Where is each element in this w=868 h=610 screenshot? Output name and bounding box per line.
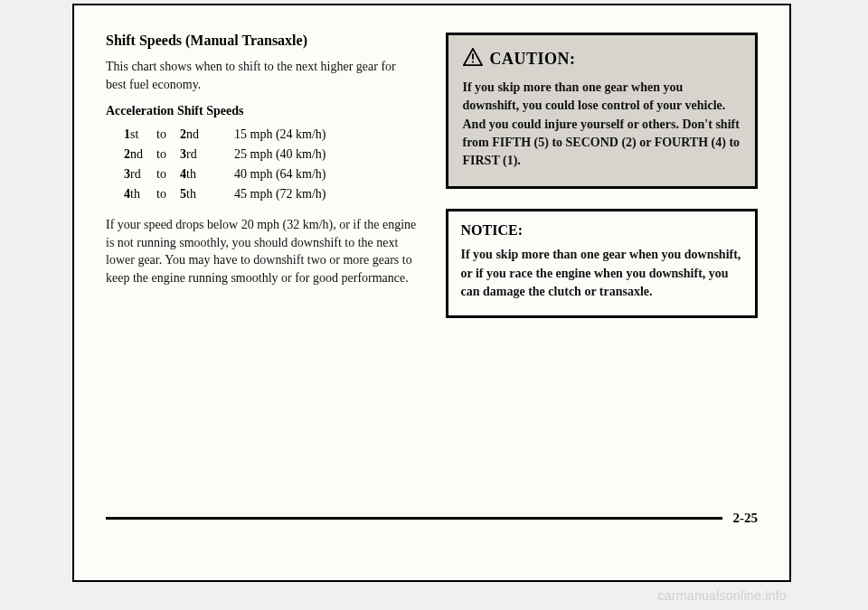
intro-text: This chart shows when to shift to the ne… (106, 58, 419, 93)
notice-title: NOTICE: (461, 222, 743, 239)
notice-text: If you skip more than one gear when you … (461, 246, 743, 301)
footer-rule: 2-25 (106, 511, 758, 526)
left-column: Shift Speeds (Manual Transaxle) This cha… (106, 33, 419, 318)
shift-speed: 40 mph (64 km/h) (234, 167, 419, 182)
caution-box: CAUTION: If you skip more than one gear … (446, 33, 759, 189)
shift-speed: 25 mph (40 km/h) (234, 147, 419, 162)
svg-rect-0 (472, 53, 474, 59)
content-columns: Shift Speeds (Manual Transaxle) This cha… (74, 33, 789, 318)
shift-from: 2nd (124, 147, 156, 162)
shift-speed: 15 mph (24 km/h) (234, 127, 419, 142)
table-row: 2nd to 3rd 25 mph (40 km/h) (124, 147, 419, 162)
section-heading: Shift Speeds (Manual Transaxle) (106, 33, 419, 49)
shift-from: 1st (124, 127, 156, 142)
shift-to: 3rd (180, 147, 234, 162)
shift-from: 4th (124, 187, 156, 202)
svg-rect-1 (472, 61, 474, 63)
table-row: 4th to 5th 45 mph (72 km/h) (124, 187, 419, 202)
shift-to: 4th (180, 167, 234, 182)
caution-text: If you skip more than one gear when you … (463, 79, 741, 170)
shift-to-word: to (156, 187, 180, 202)
shift-speed-table: 1st to 2nd 15 mph (24 km/h) 2nd to 3rd 2… (124, 127, 419, 202)
watermark: carmanualsonline.info (658, 588, 788, 603)
table-row: 1st to 2nd 15 mph (24 km/h) (124, 127, 419, 142)
shift-to-word: to (156, 127, 180, 142)
table-row: 3rd to 4th 40 mph (64 km/h) (124, 167, 419, 182)
right-column: CAUTION: If you skip more than one gear … (446, 33, 759, 318)
shift-to: 2nd (180, 127, 234, 142)
shift-from: 3rd (124, 167, 156, 182)
shift-to-word: to (156, 147, 180, 162)
warning-triangle-icon (463, 48, 483, 70)
caution-title: CAUTION: (490, 50, 576, 69)
body-text: If your speed drops below 20 mph (32 km/… (106, 216, 419, 286)
shift-to-word: to (156, 167, 180, 182)
subheading: Acceleration Shift Speeds (106, 104, 419, 118)
shift-speed: 45 mph (72 km/h) (234, 187, 419, 202)
horizontal-rule (106, 517, 722, 520)
shift-to: 5th (180, 187, 234, 202)
manual-page: Shift Speeds (Manual Transaxle) This cha… (72, 4, 791, 582)
page-number: 2-25 (733, 511, 759, 526)
caution-header: CAUTION: (463, 48, 741, 70)
notice-box: NOTICE: If you skip more than one gear w… (446, 209, 759, 318)
